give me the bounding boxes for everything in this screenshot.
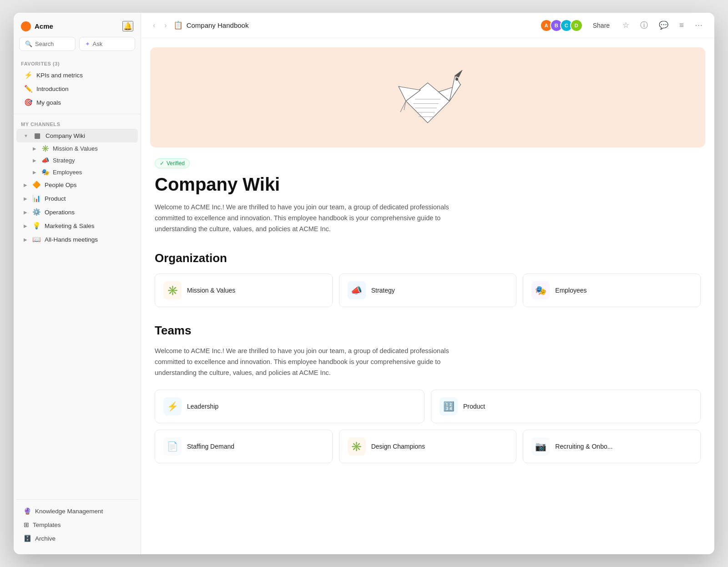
sidebar-item-archive[interactable]: 🗄️ Archive (16, 532, 138, 545)
sidebar-item-kpis[interactable]: ⚡ KPIs and metrics (16, 68, 138, 82)
card-strategy[interactable]: 📣 Strategy (339, 273, 517, 307)
verified-badge: ✓ Verified (155, 158, 190, 168)
workspace-name[interactable]: Acme (21, 21, 53, 31)
recruiting-card-label: Recruiting & Onbo... (555, 443, 612, 450)
leadership-card-label: Leadership (187, 403, 218, 410)
teams-heading: Teams (155, 324, 701, 338)
card-mission-values[interactable]: ✳️ Mission & Values (155, 273, 333, 307)
ask-icon: ✦ (85, 40, 90, 47)
page-icon: 📋 (173, 20, 183, 30)
chevron-right-icon-7: ▶ (24, 223, 27, 228)
comment-icon[interactable]: 💬 (656, 19, 671, 32)
list-icon[interactable]: ≡ (677, 19, 687, 32)
sidebar-item-employees[interactable]: ▶ 🎭 Employees (16, 166, 138, 178)
card-recruiting[interactable]: 📷 Recruiting & Onbo... (523, 430, 701, 463)
design-card-icon: ✳️ (351, 441, 362, 452)
sidebar-item-company-wiki[interactable]: ▼ ▦ Company Wiki (16, 129, 138, 142)
marketing-icon: 💡 (32, 222, 41, 230)
sidebar-item-people-ops[interactable]: ▶ 🔶 People Ops (16, 178, 138, 192)
sidebar-item-mission[interactable]: ▶ ✳️ Mission & Values (16, 142, 138, 154)
sidebar-divider-2 (16, 499, 138, 500)
topbar-right: A B C D Share ☆ ⓘ 💬 ≡ ⋯ (540, 18, 705, 32)
strategy-icon: 📣 (41, 157, 49, 164)
app-window: Acme 🔔 🔍 Search ✦ Ask FAVORITES (3) ⚡ KP… (14, 13, 714, 554)
sidebar-item-introduction[interactable]: ✏️ Introduction (16, 82, 138, 96)
strategy-card-label: Strategy (371, 287, 395, 294)
svg-point-10 (456, 78, 458, 81)
avatar-4: D (570, 19, 583, 32)
favorites-label: FAVORITES (3) (14, 58, 141, 68)
sidebar-item-templates[interactable]: ⊞ Templates (16, 518, 138, 532)
more-icon[interactable]: ⋯ (692, 19, 705, 32)
sidebar-header: Acme 🔔 (14, 13, 141, 37)
organization-heading: Organization (155, 251, 701, 265)
sidebar-item-strategy[interactable]: ▶ 📣 Strategy (16, 154, 138, 166)
bell-icon[interactable]: 🔔 (122, 21, 133, 31)
sidebar: Acme 🔔 🔍 Search ✦ Ask FAVORITES (3) ⚡ KP… (14, 13, 141, 554)
card-product-team[interactable]: 🔢 Product (431, 390, 701, 423)
main-content: ‹ › 📋 Company Handbook A B C D Share ☆ ⓘ… (141, 13, 714, 554)
page-title-bar: 📋 Company Handbook (173, 20, 249, 30)
teams-row1-grid: ⚡ Leadership 🔢 Product (155, 390, 701, 423)
sidebar-bottom: 🔮 Knowledge Management ⊞ Templates 🗄️ Ar… (14, 495, 141, 545)
sidebar-item-knowledge[interactable]: 🔮 Knowledge Management (16, 504, 138, 518)
hero-illustration (391, 61, 464, 134)
topbar-left: ‹ › 📋 Company Handbook (150, 20, 248, 31)
sidebar-item-all-hands[interactable]: ▶ 📖 All-Hands meetings (16, 233, 138, 246)
page-hero (150, 47, 705, 147)
archive-icon: 🗄️ (24, 535, 31, 542)
company-wiki-icon: ▦ (33, 132, 42, 140)
employees-card-icon-wrap: 🎭 (531, 281, 550, 299)
avatar-group: A B C D (540, 19, 583, 32)
card-leadership[interactable]: ⚡ Leadership (155, 390, 425, 423)
recruiting-card-icon: 📷 (535, 441, 546, 452)
kpis-icon: ⚡ (24, 71, 33, 79)
sidebar-item-marketing[interactable]: ▶ 💡 Marketing & Sales (16, 219, 138, 233)
strategy-card-icon: 📣 (351, 285, 362, 296)
employees-card-icon: 🎭 (535, 285, 546, 296)
workspace-dot (21, 21, 31, 31)
all-hands-icon: 📖 (32, 235, 41, 243)
page-content: ✓ Verified Company Wiki Welcome to ACME … (141, 147, 714, 498)
search-icon: 🔍 (25, 40, 32, 47)
chevron-right-icon-2: ▶ (33, 158, 36, 163)
sidebar-item-operations[interactable]: ▶ ⚙️ Operations (16, 205, 138, 219)
product-team-card-label: Product (463, 403, 485, 410)
sidebar-item-goals[interactable]: 🎯 My goals (16, 96, 138, 109)
ask-button[interactable]: ✦ Ask (79, 37, 136, 51)
back-button[interactable]: ‹ (150, 20, 158, 31)
people-ops-icon: 🔶 (32, 181, 41, 189)
recruiting-card-icon-wrap: 📷 (531, 437, 550, 456)
page-description: Welcome to ACME Inc.! We are thrilled to… (155, 202, 473, 235)
forward-button[interactable]: › (162, 20, 169, 31)
sidebar-divider (14, 114, 141, 114)
star-icon[interactable]: ☆ (620, 19, 632, 32)
templates-icon: ⊞ (24, 521, 29, 528)
channels-label: MY CHANNELS (14, 119, 141, 129)
card-employees[interactable]: 🎭 Employees (523, 273, 701, 307)
sidebar-item-product[interactable]: ▶ 📊 Product (16, 192, 138, 205)
chevron-right-icon-6: ▶ (24, 210, 27, 215)
mission-card-icon-wrap: ✳️ (163, 281, 182, 299)
mission-card-label: Mission & Values (187, 287, 235, 294)
product-team-card-icon-wrap: 🔢 (440, 397, 458, 415)
svg-marker-9 (455, 70, 462, 77)
chevron-right-icon-3: ▶ (33, 170, 36, 175)
share-button[interactable]: Share (588, 20, 614, 31)
card-staffing[interactable]: 📄 Staffing Demand (155, 430, 333, 463)
topbar: ‹ › 📋 Company Handbook A B C D Share ☆ ⓘ… (141, 13, 714, 38)
leadership-card-icon: ⚡ (167, 401, 178, 412)
page-body: ✓ Verified Company Wiki Welcome to ACME … (141, 38, 714, 554)
chevron-right-icon: ▶ (33, 146, 36, 151)
design-card-icon-wrap: ✳️ (348, 437, 366, 456)
topbar-page-title: Company Handbook (187, 21, 249, 29)
teams-row2-grid: 📄 Staffing Demand ✳️ Design Champions 📷 (155, 430, 701, 463)
leadership-card-icon-wrap: ⚡ (163, 397, 182, 415)
operations-icon: ⚙️ (32, 208, 41, 216)
search-button[interactable]: 🔍 Search (19, 37, 76, 51)
intro-icon: ✏️ (24, 85, 33, 93)
knowledge-icon: 🔮 (24, 507, 31, 515)
card-design-champions[interactable]: ✳️ Design Champions (339, 430, 517, 463)
info-icon[interactable]: ⓘ (637, 18, 651, 32)
chevron-right-icon-5: ▶ (24, 196, 27, 201)
